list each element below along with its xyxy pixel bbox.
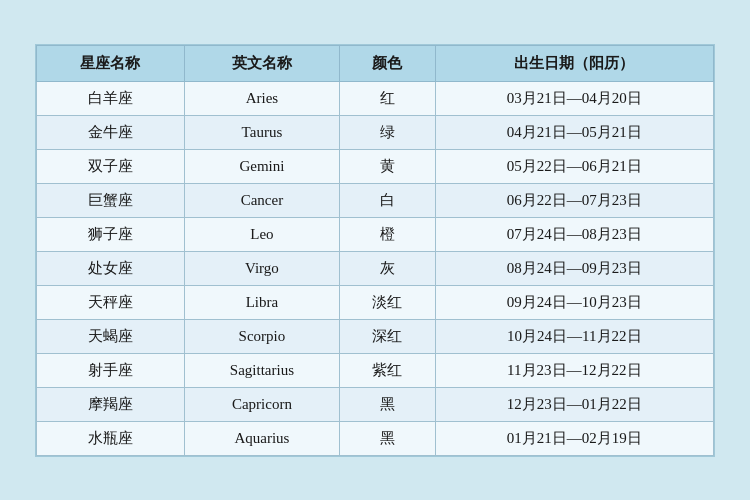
zodiac-table: 星座名称 英文名称 颜色 出生日期（阳历） 白羊座Aries红03月21日—04… [36, 45, 714, 456]
cell-date: 01月21日—02月19日 [435, 421, 713, 455]
cell-color: 黑 [339, 421, 435, 455]
cell-english-name: Capricorn [184, 387, 339, 421]
cell-color: 白 [339, 183, 435, 217]
cell-color: 红 [339, 81, 435, 115]
cell-chinese-name: 水瓶座 [37, 421, 185, 455]
cell-date: 04月21日—05月21日 [435, 115, 713, 149]
cell-color: 绿 [339, 115, 435, 149]
cell-chinese-name: 摩羯座 [37, 387, 185, 421]
cell-chinese-name: 处女座 [37, 251, 185, 285]
table-row: 巨蟹座Cancer白06月22日—07月23日 [37, 183, 714, 217]
cell-color: 灰 [339, 251, 435, 285]
table-header-row: 星座名称 英文名称 颜色 出生日期（阳历） [37, 45, 714, 81]
cell-english-name: Scorpio [184, 319, 339, 353]
table-row: 处女座Virgo灰08月24日—09月23日 [37, 251, 714, 285]
cell-chinese-name: 天秤座 [37, 285, 185, 319]
cell-date: 07月24日—08月23日 [435, 217, 713, 251]
cell-chinese-name: 天蝎座 [37, 319, 185, 353]
table-row: 水瓶座Aquarius黑01月21日—02月19日 [37, 421, 714, 455]
cell-date: 06月22日—07月23日 [435, 183, 713, 217]
table-row: 射手座Sagittarius紫红11月23日—12月22日 [37, 353, 714, 387]
cell-chinese-name: 金牛座 [37, 115, 185, 149]
cell-color: 淡红 [339, 285, 435, 319]
cell-english-name: Taurus [184, 115, 339, 149]
cell-color: 橙 [339, 217, 435, 251]
cell-english-name: Cancer [184, 183, 339, 217]
cell-chinese-name: 双子座 [37, 149, 185, 183]
table-row: 狮子座Leo橙07月24日—08月23日 [37, 217, 714, 251]
table-row: 金牛座Taurus绿04月21日—05月21日 [37, 115, 714, 149]
header-color: 颜色 [339, 45, 435, 81]
table-row: 摩羯座Capricorn黑12月23日—01月22日 [37, 387, 714, 421]
cell-english-name: Aquarius [184, 421, 339, 455]
cell-chinese-name: 射手座 [37, 353, 185, 387]
cell-date: 11月23日—12月22日 [435, 353, 713, 387]
table-row: 白羊座Aries红03月21日—04月20日 [37, 81, 714, 115]
cell-date: 08月24日—09月23日 [435, 251, 713, 285]
cell-date: 12月23日—01月22日 [435, 387, 713, 421]
header-chinese-name: 星座名称 [37, 45, 185, 81]
header-date: 出生日期（阳历） [435, 45, 713, 81]
zodiac-table-container: 星座名称 英文名称 颜色 出生日期（阳历） 白羊座Aries红03月21日—04… [35, 44, 715, 457]
cell-color: 黑 [339, 387, 435, 421]
cell-color: 黄 [339, 149, 435, 183]
cell-english-name: Virgo [184, 251, 339, 285]
cell-date: 03月21日—04月20日 [435, 81, 713, 115]
cell-english-name: Gemini [184, 149, 339, 183]
cell-english-name: Libra [184, 285, 339, 319]
cell-chinese-name: 巨蟹座 [37, 183, 185, 217]
cell-date: 09月24日—10月23日 [435, 285, 713, 319]
table-row: 天秤座Libra淡红09月24日—10月23日 [37, 285, 714, 319]
cell-color: 紫红 [339, 353, 435, 387]
cell-english-name: Leo [184, 217, 339, 251]
table-row: 双子座Gemini黄05月22日—06月21日 [37, 149, 714, 183]
cell-chinese-name: 狮子座 [37, 217, 185, 251]
cell-date: 10月24日—11月22日 [435, 319, 713, 353]
table-body: 白羊座Aries红03月21日—04月20日金牛座Taurus绿04月21日—0… [37, 81, 714, 455]
cell-date: 05月22日—06月21日 [435, 149, 713, 183]
cell-english-name: Sagittarius [184, 353, 339, 387]
header-english-name: 英文名称 [184, 45, 339, 81]
cell-english-name: Aries [184, 81, 339, 115]
table-row: 天蝎座Scorpio深红10月24日—11月22日 [37, 319, 714, 353]
cell-color: 深红 [339, 319, 435, 353]
cell-chinese-name: 白羊座 [37, 81, 185, 115]
